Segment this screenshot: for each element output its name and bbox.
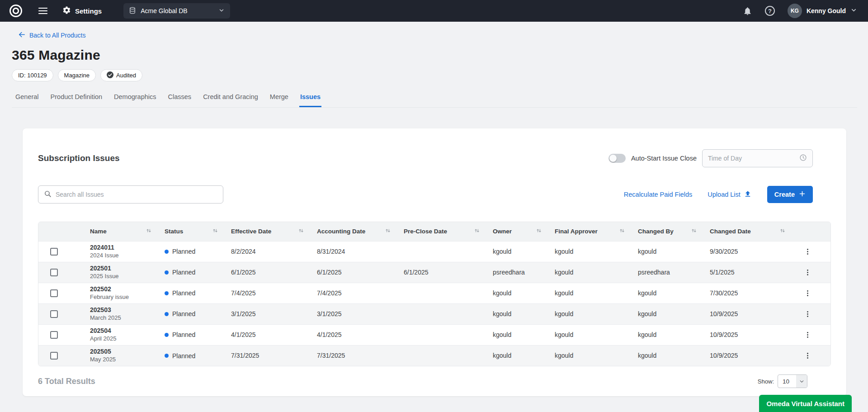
accounting-date-cell: 6/1/2025 <box>311 262 397 283</box>
nav-settings[interactable]: Settings <box>62 6 102 16</box>
status-label: Planned <box>172 289 195 297</box>
recalculate-paid-fields-link[interactable]: Recalculate Paid Fields <box>624 191 693 198</box>
row-checkbox[interactable] <box>50 331 58 339</box>
help-icon[interactable]: ? <box>765 6 775 16</box>
column-changed-date[interactable]: Changed Date <box>703 222 792 241</box>
navbar-left: Settings Acme Global DB <box>8 3 230 19</box>
card-header-row: Subscription Issues Auto-Start Issue Clo… <box>38 149 831 167</box>
toolbar-actions: Recalculate Paid Fields Upload List Crea… <box>624 186 813 203</box>
column-pre-close-date[interactable]: Pre-Close Date <box>397 222 486 241</box>
hamburger-menu-icon[interactable] <box>38 7 48 15</box>
column-owner[interactable]: Owner <box>486 222 548 241</box>
auto-start-group: Auto-Start Issue Close <box>609 149 813 167</box>
sort-icon[interactable] <box>536 227 542 235</box>
total-results: 6 Total Results <box>38 377 95 386</box>
time-of-day-input[interactable] <box>708 155 796 162</box>
name-cell: 202503 March 2025 <box>84 303 158 324</box>
column-status[interactable]: Status <box>158 222 225 241</box>
row-checkbox[interactable] <box>50 248 58 256</box>
header-checkbox-cell <box>38 222 84 241</box>
column-effective-date[interactable]: Effective Date <box>225 222 311 241</box>
auto-start-label: Auto-Start Issue Close <box>631 155 697 162</box>
status-cell: Planned <box>158 283 225 303</box>
actions-cell <box>792 262 830 283</box>
tab-issues[interactable]: Issues <box>299 91 321 107</box>
accounting-date-cell: 4/1/2025 <box>311 324 397 345</box>
status-cell: Planned <box>158 241 225 262</box>
name-cell: 202502 February issue <box>84 283 158 303</box>
column-changed-by[interactable]: Changed By <box>632 222 703 241</box>
user-name: Kenny Gould <box>807 7 846 14</box>
virtual-assistant-button[interactable]: Omeda Virtual Assistant <box>759 395 852 412</box>
tab-general[interactable]: General <box>14 91 40 107</box>
row-actions-kebab-icon[interactable] <box>800 245 815 258</box>
tab-credit-and-gracing[interactable]: Credit and Gracing <box>202 91 259 107</box>
sort-icon[interactable] <box>298 227 304 235</box>
sort-icon[interactable] <box>779 227 786 235</box>
sort-icon[interactable] <box>691 227 697 235</box>
accounting-date-cell: 7/4/2025 <box>311 283 397 303</box>
pre-close-date-cell <box>397 303 486 324</box>
section-title: Subscription Issues <box>38 153 120 163</box>
row-actions-kebab-icon[interactable] <box>800 287 815 300</box>
column-name[interactable]: Name <box>84 222 158 241</box>
issue-name: 202502 <box>90 285 152 294</box>
plus-icon <box>799 190 806 199</box>
sort-icon[interactable] <box>212 227 218 235</box>
upload-list-link[interactable]: Upload List <box>708 190 752 199</box>
notifications-bell-icon[interactable] <box>743 6 752 16</box>
effective-date-cell: 3/1/2025 <box>225 303 311 324</box>
tab-classes[interactable]: Classes <box>167 91 193 107</box>
badges-row: ID: 100129 Magazine Audited <box>12 69 857 81</box>
auto-start-toggle[interactable] <box>609 154 626 163</box>
issue-subname: May 2025 <box>90 356 152 363</box>
row-actions-kebab-icon[interactable] <box>800 349 815 362</box>
tab-product-definition[interactable]: Product Definition <box>50 91 103 107</box>
sort-icon[interactable] <box>146 227 152 235</box>
changed-by-cell: kgould <box>632 324 703 345</box>
row-actions-kebab-icon[interactable] <box>800 328 815 341</box>
column-accounting-date[interactable]: Accounting Date <box>311 222 397 241</box>
changed-by-cell: kgould <box>632 241 703 262</box>
sort-icon[interactable] <box>385 227 391 235</box>
accounting-date-cell: 8/31/2024 <box>311 241 397 262</box>
create-button[interactable]: Create <box>767 186 813 203</box>
tab-demographics[interactable]: Demographics <box>113 91 157 107</box>
gear-icon <box>62 6 71 16</box>
column-final-approver[interactable]: Final Approver <box>548 222 632 241</box>
omeda-logo-icon[interactable] <box>8 3 24 19</box>
owner-cell: kgould <box>486 324 548 345</box>
navbar-right: ? KG Kenny Gould <box>743 4 857 18</box>
owner-cell: kgould <box>486 283 548 303</box>
sort-icon[interactable] <box>474 227 480 235</box>
row-checkbox[interactable] <box>50 352 58 360</box>
page-content: Back to All Products 365 Magazine ID: 10… <box>0 22 868 396</box>
sort-icon[interactable] <box>619 227 625 235</box>
database-icon <box>129 7 136 15</box>
status-dot-icon <box>165 333 169 337</box>
user-menu[interactable]: KG Kenny Gould <box>788 4 857 18</box>
row-checkbox[interactable] <box>50 289 58 297</box>
owner-cell: kgould <box>486 241 548 262</box>
issues-table-body: 2024011 2024 Issue Planned 8/2/2024 8/31… <box>38 241 830 366</box>
issue-name: 202504 <box>90 327 152 335</box>
page-size-value: 10 <box>778 378 796 385</box>
page-size-select[interactable]: 10 <box>778 374 807 388</box>
issues-table: Name Status Effective Date Accounting Da… <box>38 222 831 366</box>
database-selector[interactable]: Acme Global DB <box>123 3 230 19</box>
row-actions-kebab-icon[interactable] <box>800 308 815 321</box>
issue-name: 202505 <box>90 348 152 356</box>
row-checkbox[interactable] <box>50 269 58 276</box>
row-actions-kebab-icon[interactable] <box>800 266 815 279</box>
back-link[interactable]: Back to All Products <box>12 31 86 40</box>
owner-cell: kgould <box>486 345 548 366</box>
final-approver-cell: kgould <box>548 303 632 324</box>
search-input[interactable] <box>56 191 217 198</box>
issue-name: 2024011 <box>90 244 152 252</box>
show-group: Show: 10 <box>758 374 807 388</box>
issue-name: 202501 <box>90 265 152 273</box>
tab-merge[interactable]: Merge <box>269 91 289 107</box>
search-field <box>38 185 223 204</box>
row-checkbox[interactable] <box>50 310 58 318</box>
back-arrow-icon <box>18 31 26 40</box>
